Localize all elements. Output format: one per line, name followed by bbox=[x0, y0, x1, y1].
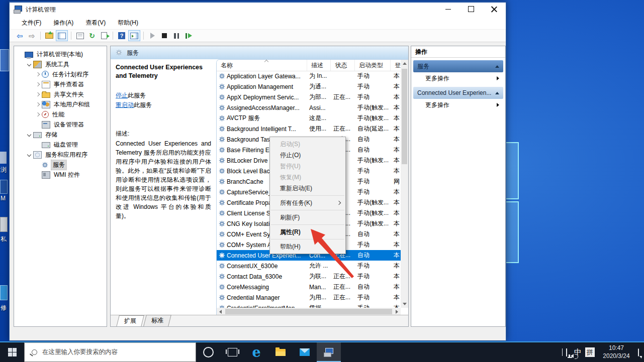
tree-expander[interactable] bbox=[34, 103, 41, 106]
menu-item-3[interactable]: 帮助(H) bbox=[113, 17, 143, 29]
tab-标准[interactable]: 标准 bbox=[143, 315, 171, 326]
minimize-button[interactable] bbox=[436, 2, 459, 17]
tree-item-设备管理器[interactable]: 设备管理器 bbox=[14, 119, 107, 130]
action-group-header-0[interactable]: 服务 bbox=[413, 60, 503, 72]
desktop-icon-label[interactable]: 私 bbox=[1, 235, 7, 244]
service-row-CredentialEnrollmentMan...[interactable]: CredentialEnrollmentMan...凭据...手动本 bbox=[217, 303, 401, 308]
service-row-AssignedAccessManager...[interactable]: AssignedAccessManager...Assi...手动(触发...本 bbox=[217, 102, 401, 113]
desktop-icon-selection[interactable] bbox=[0, 49, 9, 71]
action-center-button[interactable] bbox=[638, 349, 639, 356]
tree-expander[interactable] bbox=[34, 83, 41, 86]
properties-button[interactable] bbox=[74, 31, 85, 41]
desktop-icon-label[interactable]: 修 bbox=[1, 304, 7, 312]
tree-item-服务和应用程序[interactable]: 服务和应用程序 bbox=[14, 150, 107, 160]
back-button[interactable]: ⇦ bbox=[14, 31, 25, 41]
service-row-ConsentUX_6300e[interactable]: ConsentUX_6300e允许 ...手动本 bbox=[217, 261, 401, 271]
action-group-header-1[interactable]: Connected User Experien... bbox=[413, 87, 503, 99]
service-row-AVCTP 服务[interactable]: AVCTP 服务这是...手动(触发...本 bbox=[217, 113, 401, 124]
tree-item-磁盘管理[interactable]: 磁盘管理 bbox=[14, 140, 107, 150]
column-header-状态[interactable]: 状态 bbox=[331, 60, 355, 71]
column-header-名称[interactable]: 名称 bbox=[217, 60, 307, 71]
service-row-CoreMessaging[interactable]: CoreMessagingMan...正在...自动本 bbox=[217, 282, 401, 292]
forward-button[interactable]: ⇨ bbox=[26, 31, 37, 41]
desktop-icon-partial[interactable] bbox=[0, 180, 8, 194]
stop-service-button[interactable] bbox=[159, 31, 170, 41]
horizontal-scroll-thumb[interactable] bbox=[225, 309, 392, 314]
horizontal-scrollbar[interactable] bbox=[217, 308, 401, 315]
desktop-icon-partial[interactable] bbox=[0, 217, 8, 232]
network-button[interactable] bbox=[566, 349, 567, 356]
tree-item-共享文件夹[interactable]: 共享文件夹 bbox=[14, 89, 107, 99]
ime-pinyin-badge[interactable]: 拼 bbox=[585, 347, 595, 357]
desktop-icon-partial[interactable] bbox=[0, 285, 8, 300]
service-row-AppX Deployment Servic...[interactable]: AppX Deployment Servic...为部...正在...手动本 bbox=[217, 92, 401, 102]
hidden-icons-button[interactable] bbox=[562, 349, 563, 356]
more-actions-0[interactable]: 更多操作 bbox=[413, 72, 503, 84]
restart-service-link[interactable]: 重启动 bbox=[116, 101, 134, 108]
restart-service-button[interactable] bbox=[183, 31, 194, 41]
service-row-Application Layer Gatewa...[interactable]: Application Layer Gatewa...为 In...手动本 bbox=[217, 71, 401, 81]
more-actions-1[interactable]: 更多操作 bbox=[413, 99, 503, 111]
tree-item-存储[interactable]: 存储 bbox=[14, 130, 107, 140]
context-menu-item-帮助(H)[interactable]: 帮助(H) bbox=[270, 241, 345, 252]
tree-expander[interactable] bbox=[34, 93, 41, 96]
vertical-scroll-thumb[interactable] bbox=[402, 69, 407, 164]
start-service-button[interactable] bbox=[147, 31, 158, 41]
up-level-button[interactable] bbox=[44, 31, 55, 41]
context-menu-item-刷新(F)[interactable]: 刷新(F) bbox=[270, 212, 345, 223]
scroll-left-button[interactable] bbox=[217, 308, 224, 315]
edge-button[interactable] bbox=[244, 342, 268, 362]
desktop-icon-label[interactable]: M bbox=[1, 195, 6, 202]
stop-service-link[interactable]: 停止 bbox=[116, 92, 128, 99]
column-header-登[interactable]: 登 bbox=[391, 60, 401, 71]
computer-management-taskbar-button[interactable] bbox=[317, 342, 341, 362]
start-button[interactable] bbox=[0, 342, 24, 362]
tree-item-系统工具[interactable]: 系统工具 bbox=[14, 59, 107, 69]
tree-expander[interactable] bbox=[26, 63, 33, 66]
context-menu-item-所有任务(K)[interactable]: 所有任务(K) bbox=[270, 197, 345, 208]
service-row-Credential Manager[interactable]: Credential Manager为用...正在...手动本 bbox=[217, 292, 401, 303]
service-row-Background Intelligent T...[interactable]: Background Intelligent T...使用...正在...自动(… bbox=[217, 124, 401, 134]
tab-扩展[interactable]: 扩展 bbox=[116, 315, 144, 327]
task-view-button[interactable] bbox=[220, 342, 244, 362]
file-explorer-button[interactable] bbox=[268, 342, 293, 362]
column-header-描述[interactable]: 描述 bbox=[307, 60, 331, 71]
menu-item-0[interactable]: 文件(F) bbox=[17, 17, 46, 29]
scroll-down-button[interactable] bbox=[401, 300, 408, 308]
tree-item-WMI 控件[interactable]: WMI 控件 bbox=[14, 170, 107, 180]
action-pane-toggle-button[interactable] bbox=[128, 30, 140, 41]
context-menu-item-停止(O)[interactable]: 停止(O) bbox=[270, 150, 345, 161]
taskbar-clock[interactable]: 10:47 2020/3/24 bbox=[598, 344, 634, 360]
desktop-icon-partial[interactable] bbox=[0, 152, 7, 164]
close-button[interactable] bbox=[483, 2, 506, 17]
tree-item-性能[interactable]: 性能 bbox=[14, 109, 107, 119]
desktop-icon-label[interactable]: 浏 bbox=[1, 166, 7, 174]
pause-service-button[interactable] bbox=[171, 31, 182, 41]
context-menu-item-重新启动(E)[interactable]: 重新启动(E) bbox=[270, 183, 345, 194]
scroll-up-button[interactable] bbox=[401, 60, 408, 67]
mail-button[interactable] bbox=[293, 342, 317, 362]
vertical-scrollbar[interactable] bbox=[401, 60, 408, 308]
tree-expander[interactable] bbox=[34, 73, 41, 76]
tree-expander[interactable] bbox=[26, 153, 33, 156]
column-header-启动类型[interactable]: 启动类型 bbox=[355, 60, 391, 71]
taskbar-search[interactable]: 在这里输入你要搜索的内容 bbox=[24, 342, 196, 362]
service-row-Application Management[interactable]: Application Management为通...手动本 bbox=[217, 81, 401, 92]
service-row-Contact Data_6300e[interactable]: Contact Data_6300e为联...正在...手动本 bbox=[217, 271, 401, 282]
tree-item-服务[interactable]: 服务 bbox=[14, 160, 107, 170]
context-menu-item-属性(R)[interactable]: 属性(R) bbox=[270, 226, 345, 237]
tree-item-任务计划程序[interactable]: 任务计划程序 bbox=[14, 69, 107, 79]
scroll-right-button[interactable] bbox=[393, 308, 401, 315]
menu-item-2[interactable]: 查看(V) bbox=[80, 17, 111, 29]
tree-expander[interactable] bbox=[34, 113, 41, 116]
maximize-button[interactable] bbox=[459, 2, 483, 17]
export-list-button[interactable] bbox=[99, 31, 110, 41]
tree-item-本地用户和组[interactable]: 本地用户和组 bbox=[14, 99, 107, 109]
tree-expander[interactable] bbox=[26, 133, 33, 136]
tree-item-计算机管理(本地)[interactable]: 计算机管理(本地) bbox=[14, 49, 107, 59]
help-button[interactable]: ? bbox=[116, 31, 127, 41]
refresh-button[interactable]: ↻ bbox=[86, 31, 98, 41]
console-tree-toggle-button[interactable] bbox=[56, 30, 68, 41]
cortana-button[interactable] bbox=[196, 342, 220, 362]
menu-item-1[interactable]: 操作(A) bbox=[48, 17, 78, 29]
